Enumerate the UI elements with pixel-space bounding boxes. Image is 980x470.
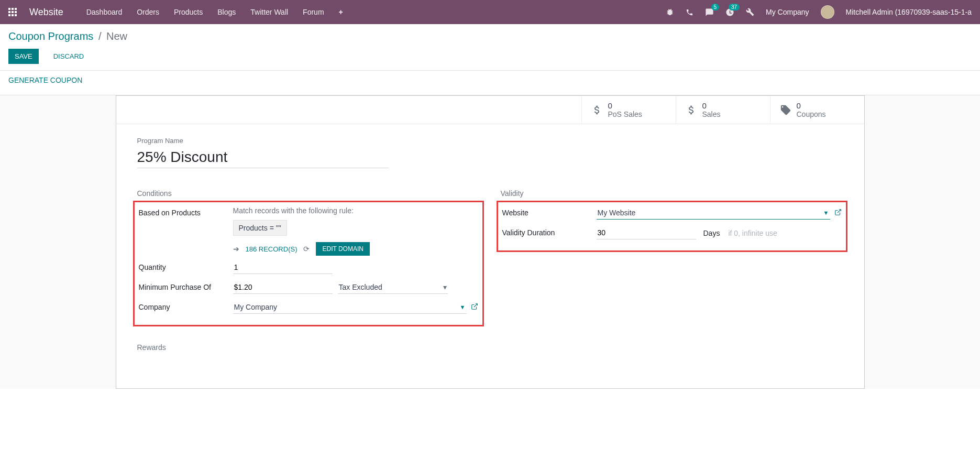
tools-icon[interactable] xyxy=(746,8,754,16)
form-body: Program Name Conditions Based on Product… xyxy=(116,124,864,364)
company-select-value: My Company xyxy=(234,303,277,311)
company-label: Company xyxy=(139,301,233,311)
validity-duration-input[interactable] xyxy=(597,226,696,239)
nav-item-dashboard[interactable]: Dashboard xyxy=(86,8,123,16)
form-columns: Conditions Based on Products Match recor… xyxy=(137,189,843,352)
stat-pos-sales[interactable]: 0 PoS Sales xyxy=(581,96,676,124)
match-rule-text: Match records with the following rule: xyxy=(233,206,478,215)
external-link-icon[interactable] xyxy=(834,209,842,217)
dollar-icon xyxy=(686,104,697,116)
nav-item-add[interactable]: + xyxy=(339,8,343,16)
nav-item-blogs[interactable]: Blogs xyxy=(217,8,236,16)
messages-icon[interactable]: 5 xyxy=(705,8,714,17)
conditions-highlight: Based on Products Match records with the… xyxy=(133,201,484,326)
arrow-right-icon: ➔ xyxy=(233,245,239,253)
min-purchase-label: Minimum Purchase Of xyxy=(139,281,233,291)
tag-icon xyxy=(780,104,791,116)
nav-right: 5 37 My Company Mitchell Admin (16970939… xyxy=(666,5,972,19)
conditions-title: Conditions xyxy=(137,189,480,198)
chevron-down-icon: ▾ xyxy=(443,283,447,291)
nav-item-forum[interactable]: Forum xyxy=(303,8,324,16)
quantity-label: Quantity xyxy=(139,261,233,271)
program-name-label: Program Name xyxy=(137,137,843,145)
stat-pos-sales-label: PoS Sales xyxy=(608,110,642,118)
company-select[interactable]: My Company ▼ xyxy=(233,301,467,314)
messages-badge: 5 xyxy=(711,4,720,10)
nav-left: Website Dashboard Orders Products Blogs … xyxy=(8,7,343,18)
form-sheet: 0 PoS Sales 0 Sales 0 Coupons xyxy=(116,95,865,389)
status-bar: GENERATE COUPON xyxy=(0,71,980,90)
user-avatar-icon[interactable] xyxy=(821,5,834,19)
breadcrumb-separator: / xyxy=(98,30,102,42)
svg-line-0 xyxy=(474,304,477,307)
svg-line-1 xyxy=(837,210,840,213)
phone-icon[interactable] xyxy=(686,8,693,16)
rewards-title: Rewards xyxy=(137,343,480,352)
validity-duration-label: Validity Duration xyxy=(502,226,597,237)
stat-sales[interactable]: 0 Sales xyxy=(676,96,770,124)
stat-coupons-label: Coupons xyxy=(797,110,826,118)
validity-column: Validity Website My Website ▼ xyxy=(501,189,843,352)
top-navbar: Website Dashboard Orders Products Blogs … xyxy=(0,0,980,24)
control-buttons: SAVE DISCARD xyxy=(8,49,972,64)
edit-domain-button[interactable]: EDIT DOMAIN xyxy=(316,242,369,256)
website-select-value: My Website xyxy=(598,209,636,217)
days-label: Days xyxy=(703,229,720,237)
quantity-input[interactable] xyxy=(233,261,333,274)
breadcrumb-current: New xyxy=(106,30,127,42)
tax-select-value: Tax Excluded xyxy=(339,283,382,291)
chevron-down-icon: ▼ xyxy=(460,304,466,310)
discard-button[interactable]: DISCARD xyxy=(47,49,91,64)
validity-title: Validity xyxy=(501,189,843,198)
validity-highlight: Website My Website ▼ xyxy=(497,201,847,252)
stat-buttons: 0 PoS Sales 0 Sales 0 Coupons xyxy=(116,96,864,124)
stat-sales-value: 0 xyxy=(702,101,721,110)
stat-sales-label: Sales xyxy=(702,110,721,118)
activities-icon[interactable]: 37 xyxy=(725,8,734,17)
nav-company[interactable]: My Company xyxy=(766,8,809,16)
nav-item-products[interactable]: Products xyxy=(174,8,203,16)
bug-icon[interactable] xyxy=(666,8,674,16)
activities-badge: 37 xyxy=(729,4,740,10)
generate-coupon-button[interactable]: GENERATE COUPON xyxy=(8,76,82,84)
based-on-products-label: Based on Products xyxy=(139,206,233,217)
min-purchase-input[interactable] xyxy=(233,281,333,294)
conditions-column: Conditions Based on Products Match recor… xyxy=(137,189,480,352)
domain-chip[interactable]: Products = "" xyxy=(233,220,287,236)
refresh-icon[interactable]: ⟳ xyxy=(303,245,310,253)
tax-select[interactable]: Tax Excluded ▾ xyxy=(338,281,448,294)
website-label: Website xyxy=(502,206,597,217)
nav-item-orders[interactable]: Orders xyxy=(137,8,159,16)
records-link[interactable]: 186 RECORD(S) xyxy=(246,245,298,253)
breadcrumb: Coupon Programs / New xyxy=(8,30,972,42)
stat-pos-sales-value: 0 xyxy=(608,101,642,110)
form-sheet-background: 0 PoS Sales 0 Sales 0 Coupons xyxy=(0,95,980,389)
nav-item-twitter-wall[interactable]: Twitter Wall xyxy=(250,8,288,16)
apps-icon[interactable] xyxy=(8,8,17,16)
breadcrumb-parent[interactable]: Coupon Programs xyxy=(8,30,93,42)
chevron-down-icon: ▼ xyxy=(823,210,829,216)
stat-coupons-value: 0 xyxy=(797,101,826,110)
nav-menu: Dashboard Orders Products Blogs Twitter … xyxy=(86,8,343,16)
program-name-input[interactable] xyxy=(137,147,389,168)
stat-coupons[interactable]: 0 Coupons xyxy=(770,96,864,124)
nav-user[interactable]: Mitchell Admin (16970939-saas-15-1-a xyxy=(846,8,972,16)
website-select[interactable]: My Website ▼ xyxy=(597,206,830,220)
nav-brand[interactable]: Website xyxy=(29,7,63,18)
external-link-icon[interactable] xyxy=(471,303,478,312)
save-button[interactable]: SAVE xyxy=(8,49,39,64)
control-panel: Coupon Programs / New SAVE DISCARD xyxy=(0,24,980,64)
dollar-icon xyxy=(591,104,603,116)
validity-hint: if 0, infinite use xyxy=(728,229,777,237)
